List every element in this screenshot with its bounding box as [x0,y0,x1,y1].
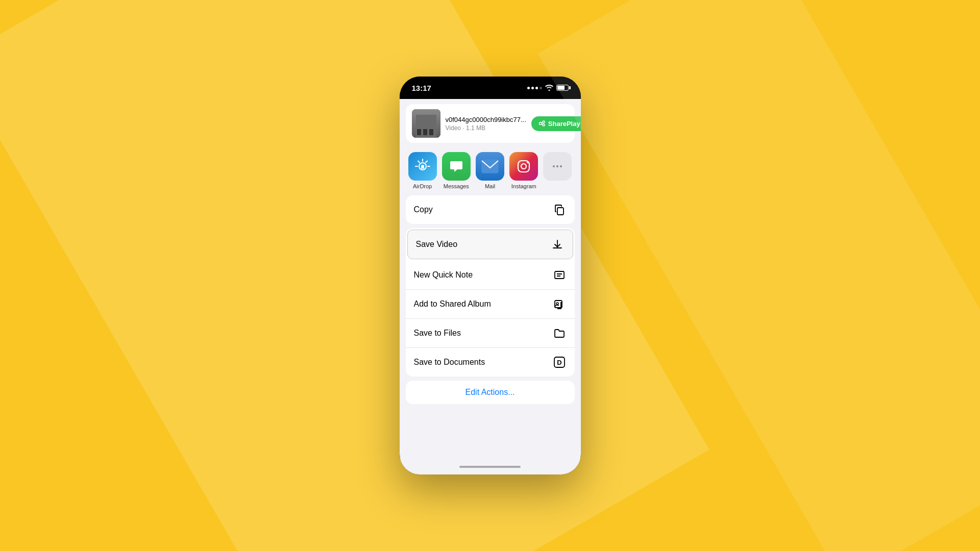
preview-title: v0f044gc0000ch99ikbc77... [446,116,526,123]
action-group-copy: Copy [406,195,575,224]
svg-point-1 [543,121,545,123]
svg-rect-15 [557,208,564,215]
more-icon [543,152,572,181]
instagram-icon [509,152,538,181]
share-sheet: v0f044gc0000ch99ikbc77... Video · 1.1 MB… [400,99,581,474]
app-item-instagram[interactable]: Instagram [507,152,541,189]
airdrop-label: AirDrop [413,183,432,189]
documents-icon: D [552,355,567,369]
home-indicator [400,459,581,474]
messages-label: Messages [444,183,469,189]
app-item-airdrop[interactable]: AirDrop [406,152,439,189]
svg-line-3 [542,122,543,123]
status-icons [527,85,569,91]
save-to-files-action[interactable]: Save to Files [406,319,575,348]
quick-note-icon [552,268,567,282]
svg-point-0 [539,122,542,125]
save-video-icon [550,237,565,252]
signal-icon [527,87,542,89]
add-shared-album-label: Add to Shared Album [414,299,491,309]
new-quick-note-action[interactable]: New Quick Note [406,261,575,290]
shareplay-icon [538,120,546,127]
copy-label: Copy [414,205,433,214]
app-item-more[interactable] [541,152,574,181]
save-to-files-label: Save to Files [414,329,461,338]
preview-card: v0f044gc0000ch99ikbc77... Video · 1.1 MB… [406,104,575,143]
svg-rect-8 [482,160,498,173]
save-to-documents-label: Save to Documents [414,358,485,367]
home-bar [459,466,521,468]
airdrop-icon [408,152,437,181]
mail-icon [476,152,504,181]
svg-rect-16 [555,271,564,279]
new-quick-note-label: New Quick Note [414,270,473,280]
shareplay-label: SharePlay [548,120,580,128]
save-to-documents-action[interactable]: Save to Documents D [406,348,575,377]
edit-actions-label: Edit Actions... [465,388,515,396]
svg-point-10 [521,164,526,169]
svg-point-12 [553,165,555,167]
preview-thumbnail [412,109,440,138]
mail-label: Mail [485,183,495,189]
instagram-label: Instagram [511,183,536,189]
app-item-messages[interactable]: Messages [439,152,473,189]
svg-point-11 [527,162,528,163]
shared-album-icon [552,297,567,311]
status-bar: 13:17 [400,77,581,99]
copy-icon [552,203,567,217]
svg-text:D: D [557,359,561,366]
copy-action[interactable]: Copy [406,195,575,224]
save-video-action[interactable]: Save Video [407,230,573,259]
svg-point-20 [556,303,558,305]
app-item-mail[interactable]: Mail [473,152,507,189]
phone-frame: 13:17 v0f044gc000 [400,77,581,474]
status-time: 13:17 [412,84,431,92]
svg-point-14 [560,165,562,167]
action-list: Copy Save Video [400,195,581,459]
svg-point-13 [556,165,558,167]
messages-icon [442,152,471,181]
shareplay-button[interactable]: SharePlay [531,116,581,131]
preview-info: v0f044gc0000ch99ikbc77... Video · 1.1 MB [446,116,526,132]
edit-actions-button[interactable]: Edit Actions... [406,381,575,404]
preview-subtitle: Video · 1.1 MB [446,124,526,132]
files-icon [552,326,567,340]
add-shared-album-action[interactable]: Add to Shared Album [406,290,575,319]
save-video-label: Save Video [416,240,458,249]
battery-icon [556,85,569,91]
action-group-main: Save Video New Quick Note [406,228,575,377]
svg-line-4 [542,124,543,124]
app-row: AirDrop Messages Mail [400,148,581,195]
wifi-icon [545,85,553,91]
svg-point-2 [543,124,545,126]
